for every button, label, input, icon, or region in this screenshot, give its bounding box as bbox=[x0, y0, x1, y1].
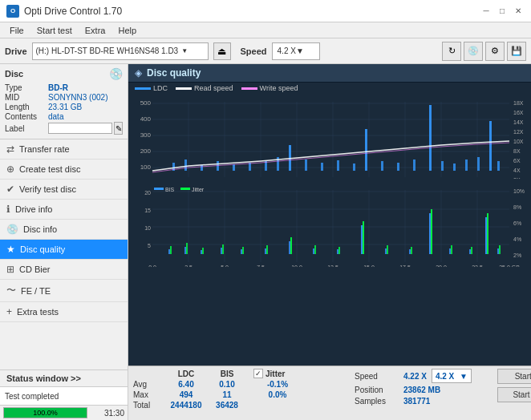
svg-text:20.0: 20.0 bbox=[436, 265, 447, 267]
svg-text:12X: 12X bbox=[513, 129, 524, 135]
chart-header-icon: ◈ bbox=[135, 67, 142, 79]
status-window-button[interactable]: Status window >> bbox=[0, 370, 128, 387]
svg-rect-118 bbox=[497, 248, 499, 254]
drive-label: Drive bbox=[5, 46, 27, 56]
svg-rect-123 bbox=[242, 247, 244, 254]
disc-label-input[interactable] bbox=[48, 123, 112, 134]
disc-panel-icon[interactable]: 💿 bbox=[109, 67, 123, 80]
svg-rect-122 bbox=[222, 244, 224, 254]
sidebar-item-extra-tests[interactable]: + Extra tests bbox=[0, 302, 128, 322]
legend-ldc: LDC bbox=[135, 84, 168, 92]
position-val: 23862 MB bbox=[403, 386, 440, 394]
extra-tests-icon: + bbox=[6, 306, 12, 317]
drive-select[interactable]: (H:) HL-DT-ST BD-RE WH16NS48 1.D3 ▼ bbox=[32, 42, 209, 60]
action-buttons: Start full Start part bbox=[497, 369, 531, 402]
svg-text:300: 300 bbox=[140, 131, 152, 139]
legend-ldc-color bbox=[135, 87, 151, 90]
svg-text:8X: 8X bbox=[513, 148, 521, 154]
svg-rect-49 bbox=[305, 160, 307, 171]
svg-rect-62 bbox=[489, 121, 492, 171]
disc-label-btn[interactable]: ✎ bbox=[114, 122, 123, 135]
drive-toolbar-icons: ↻ 💿 ⚙ 💾 bbox=[442, 42, 526, 61]
settings-icon-btn[interactable]: ⚙ bbox=[485, 42, 505, 61]
main-layout: Disc 💿 Type BD-R MID SONYNN3 (002) Lengt… bbox=[0, 64, 531, 420]
cd-bier-icon: ⊞ bbox=[6, 264, 14, 275]
speed-stat-dropdown-arrow: ▼ bbox=[460, 372, 468, 381]
eject-button[interactable]: ⏏ bbox=[213, 42, 231, 60]
svg-rect-80 bbox=[180, 188, 190, 190]
svg-text:2.5: 2.5 bbox=[184, 265, 193, 267]
save-icon-btn[interactable]: 💾 bbox=[507, 42, 526, 61]
disc-mid-key: MID bbox=[5, 93, 48, 102]
sidebar-item-drive-info[interactable]: ℹ Drive info bbox=[0, 200, 128, 220]
svg-rect-108 bbox=[289, 241, 290, 254]
menu-help[interactable]: Help bbox=[111, 25, 143, 36]
svg-text:10: 10 bbox=[144, 225, 151, 231]
legend-write-speed-color bbox=[241, 87, 257, 90]
speed-select-value: 4.2 X bbox=[278, 46, 296, 55]
sidebar-item-disc-info[interactable]: 💿 Disc info bbox=[0, 220, 128, 240]
close-button[interactable]: ✕ bbox=[512, 5, 525, 18]
svg-rect-106 bbox=[241, 249, 242, 254]
menu-start-test[interactable]: Start test bbox=[30, 25, 79, 36]
svg-rect-59 bbox=[453, 164, 456, 171]
speed-dropdown-arrow: ▼ bbox=[296, 46, 304, 55]
title-bar-controls: ─ □ ✕ bbox=[480, 5, 525, 18]
speed-stat-select[interactable]: 4.2 X ▼ bbox=[432, 369, 472, 383]
chart-title: Disc quality bbox=[147, 67, 201, 79]
disc-type-val: BD-R bbox=[48, 83, 68, 92]
disc-type-row: Type BD-R bbox=[5, 83, 123, 92]
speed-select[interactable]: 4.2 X ▼ bbox=[272, 42, 320, 60]
speed-stat-val: 4.22 X bbox=[403, 372, 427, 381]
jitter-checkbox-row: ✓ Jitter bbox=[253, 369, 285, 378]
minimize-button[interactable]: ─ bbox=[480, 5, 492, 18]
svg-text:10X: 10X bbox=[513, 139, 524, 144]
svg-rect-107 bbox=[265, 248, 266, 254]
progress-section: 100.0% 31:30 bbox=[0, 405, 128, 420]
sidebar-item-label: FE / TE bbox=[21, 286, 51, 296]
drive-bar: Drive (H:) HL-DT-ST BD-RE WH16NS48 1.D3 … bbox=[0, 38, 531, 64]
drive-dropdown-arrow: ▼ bbox=[181, 47, 188, 55]
svg-text:12.5: 12.5 bbox=[327, 265, 338, 267]
maximize-button[interactable]: □ bbox=[496, 5, 509, 18]
menu-extra[interactable]: Extra bbox=[79, 25, 112, 36]
jitter-checkbox[interactable]: ✓ bbox=[253, 369, 263, 378]
svg-rect-61 bbox=[477, 157, 480, 171]
svg-rect-129 bbox=[387, 245, 388, 254]
svg-rect-112 bbox=[385, 248, 387, 254]
sidebar-item-verify-test-disc[interactable]: ✔ Verify test disc bbox=[0, 180, 128, 200]
sidebar-item-cd-bier[interactable]: ⊞ CD Bier bbox=[0, 260, 128, 280]
sidebar-item-disc-quality[interactable]: ★ Disc quality bbox=[0, 240, 128, 260]
sidebar-item-fe-te[interactable]: 〜 FE / TE bbox=[0, 280, 128, 302]
svg-text:7.5: 7.5 bbox=[257, 265, 265, 267]
svg-text:4X: 4X bbox=[513, 168, 521, 173]
refresh-icon-btn[interactable]: ↻ bbox=[442, 42, 461, 61]
svg-text:8%: 8% bbox=[513, 204, 521, 210]
menu-file[interactable]: File bbox=[3, 25, 30, 36]
svg-rect-120 bbox=[186, 243, 188, 254]
disc-icon-btn[interactable]: 💿 bbox=[464, 42, 483, 61]
stats-header-bis: BIS bbox=[210, 370, 244, 378]
svg-rect-132 bbox=[451, 245, 452, 254]
speed-stat-label: Speed bbox=[355, 372, 399, 381]
progress-row: 100.0% 31:30 bbox=[3, 407, 124, 418]
svg-rect-53 bbox=[365, 129, 367, 171]
svg-rect-109 bbox=[313, 248, 314, 254]
top-chart-svg: 500 400 300 200 100 18X 16X 14X 12X 10X … bbox=[128, 97, 531, 179]
sidebar-item-create-test-disc[interactable]: ⊕ Create test disc bbox=[0, 160, 128, 180]
speed-stat-select-val: 4.2 X bbox=[436, 372, 454, 381]
app-icon: O bbox=[6, 5, 19, 18]
disc-label-row: Label ✎ bbox=[5, 122, 123, 135]
svg-text:16X: 16X bbox=[513, 110, 524, 115]
disc-info-icon: 💿 bbox=[6, 224, 18, 235]
svg-rect-103 bbox=[184, 247, 186, 254]
stats-avg-jitter: -0.1% bbox=[253, 380, 302, 389]
legend-write-speed-label: Write speed bbox=[260, 84, 298, 92]
sidebar-item-transfer-rate[interactable]: ⇄ Transfer rate bbox=[0, 139, 128, 160]
legend-write-speed: Write speed bbox=[241, 84, 298, 92]
svg-text:500: 500 bbox=[140, 99, 152, 107]
stats-avg-bis: 0.10 bbox=[210, 380, 244, 389]
start-full-button[interactable]: Start full bbox=[497, 369, 531, 384]
start-part-button[interactable]: Start part bbox=[497, 387, 531, 402]
disc-quality-icon: ★ bbox=[6, 244, 15, 255]
